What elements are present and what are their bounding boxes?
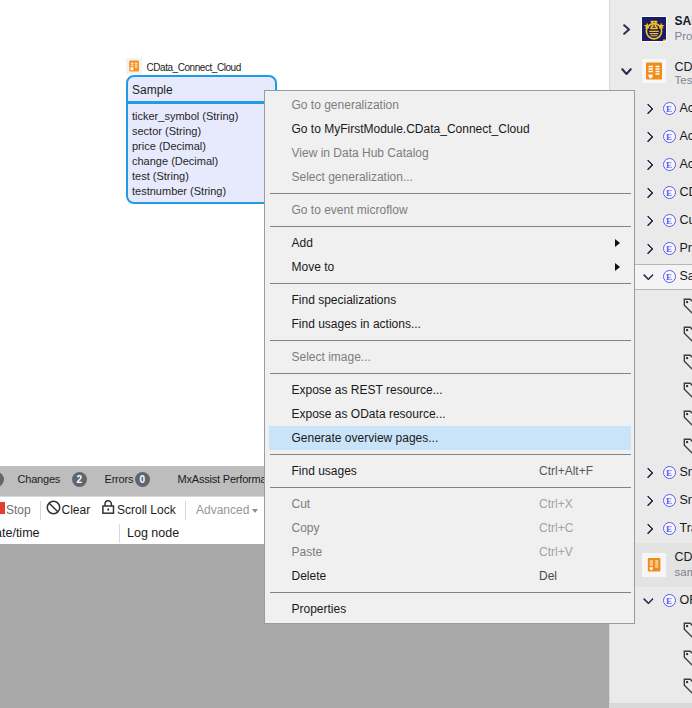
svg-text:★: ★ (643, 21, 651, 31)
svg-text:★: ★ (657, 21, 665, 31)
